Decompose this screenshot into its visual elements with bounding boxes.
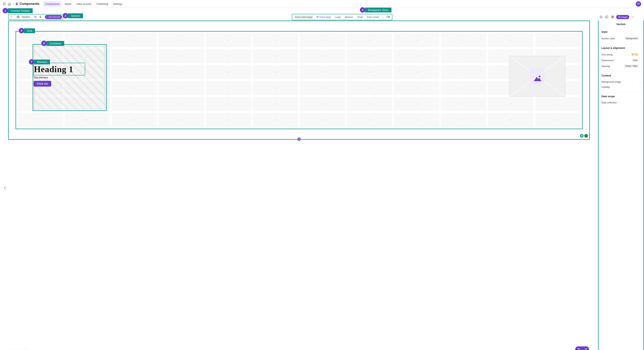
layout-icon[interactable] [605, 15, 609, 19]
cp-row-background-image[interactable]: Background image › [602, 79, 640, 84]
bp-xl[interactable]: Extra large [315, 15, 332, 19]
duplicate-icon[interactable] [33, 15, 38, 19]
redo-button[interactable] [582, 346, 589, 350]
device-preview-icon[interactable] [386, 16, 390, 18]
svg-point-14 [317, 16, 318, 17]
svg-rect-10 [18, 16, 19, 17]
svg-rect-2 [5, 3, 6, 3]
app-logo-icon [15, 2, 18, 6]
tab-data-sources[interactable]: Data sources [74, 2, 94, 6]
undo-button[interactable] [575, 346, 582, 350]
paragraph-tool-icon[interactable]: ¶ [2, 186, 7, 190]
image-placeholder[interactable] [510, 56, 565, 96]
cp-row-data-collection[interactable]: Data collection › [602, 100, 640, 105]
svg-rect-20 [613, 16, 614, 17]
context-section-label: Section [21, 16, 31, 18]
text-element[interactable]: Text element [34, 76, 48, 79]
move-icon [9, 15, 14, 19]
tab-styles[interactable]: Styles [62, 2, 74, 6]
svg-rect-9 [17, 16, 18, 17]
click-me-button[interactable]: Click me [34, 81, 51, 86]
tab-publishing[interactable]: Publishing [94, 2, 110, 6]
breakpoint-sizes: Extra extra large Extra large Large Medi… [292, 14, 392, 20]
status-check-icon[interactable] [584, 134, 588, 138]
container-element[interactable]: 7 Element Heading 1 Text element Click m… [33, 44, 106, 111]
callout-container: 6 Container [41, 40, 64, 46]
resize-handle-icon[interactable] [298, 138, 301, 141]
bp-xs[interactable]: Extra small [366, 15, 380, 19]
chevron-right-icon: › [640, 65, 640, 67]
status-icons [580, 134, 588, 138]
bp-chevron-down-icon[interactable]: ⌄ [381, 16, 385, 18]
svg-rect-6 [3, 5, 4, 5]
canvas-area: ¶ 5 Grid 6 Con [0, 20, 598, 350]
chevron-right-icon: › [640, 59, 640, 62]
heading-element[interactable]: Heading 1 [33, 63, 85, 76]
user-avatar[interactable]: TT [636, 1, 641, 7]
status-shield-icon[interactable] [580, 134, 584, 138]
callout-element: 7 Element [29, 59, 50, 64]
svg-rect-4 [4, 4, 5, 4]
cp-group-style: Style Section style Background › [598, 28, 644, 44]
validate-icon[interactable] [599, 15, 603, 19]
add-element-button[interactable]: + Add element [45, 15, 62, 19]
cp-row-section-style[interactable]: Section style Background › [602, 36, 640, 41]
cp-row-dimensions[interactable]: Dimensions Auto › [602, 57, 640, 63]
cp-row-spacing[interactable]: Spacing 100px / 40px › [602, 63, 640, 69]
chevron-right-icon: › [640, 102, 640, 104]
svg-rect-15 [387, 16, 389, 18]
main-layout: ¶ 5 Grid 6 Con [0, 20, 644, 350]
svg-rect-0 [3, 3, 4, 3]
more-icon[interactable] [631, 15, 635, 19]
svg-rect-7 [4, 5, 5, 5]
bp-lg[interactable]: Large [333, 15, 342, 19]
chevron-right-icon: › [640, 86, 640, 88]
bp-md[interactable]: Medium [344, 15, 355, 19]
svg-rect-11 [17, 17, 18, 18]
delete-icon[interactable] [38, 15, 42, 19]
cp-row-visibility[interactable]: Visibility › [602, 84, 640, 90]
callout-context-toolbar: 1 Context Toolbar [2, 8, 33, 13]
svg-rect-16 [389, 16, 390, 18]
canvas-toolbar-row: 1 Context Toolbar Section + Add element … [0, 13, 644, 20]
svg-rect-3 [3, 4, 4, 4]
chevron-right-icon: › [640, 53, 640, 56]
section-element[interactable]: 5 Grid 6 Container [8, 20, 590, 140]
stage-button[interactable]: Stage [616, 15, 629, 19]
svg-rect-5 [5, 4, 6, 4]
app-header: › Components Components Styles Data sour… [0, 0, 644, 8]
svg-rect-21 [612, 17, 612, 18]
grid-element[interactable]: 6 Container 7 Element Heading 1 Text ele… [16, 31, 582, 129]
eye-icon [316, 16, 319, 18]
config-panel-title: Section [598, 20, 644, 28]
svg-rect-19 [612, 16, 612, 17]
svg-rect-8 [5, 5, 6, 5]
chevron-right-icon: › [640, 81, 640, 83]
cloud-upload-icon [618, 16, 620, 18]
context-toolbar: Section + Add element [8, 14, 63, 20]
cp-row-grid-sizing[interactable]: Grid sizing 8 / 12 › [602, 52, 640, 57]
image-icon [530, 68, 544, 84]
svg-point-25 [633, 17, 634, 17]
breadcrumb-chevron-icon: › [13, 2, 14, 6]
svg-point-23 [632, 17, 632, 17]
bp-xxl[interactable]: Extra extra large [294, 15, 314, 19]
page-title: Components [20, 2, 40, 6]
logo-wrap: Components [15, 2, 40, 6]
tab-settings[interactable]: Settings [111, 2, 124, 6]
plus-icon: + [46, 16, 48, 18]
svg-point-26 [539, 76, 540, 77]
undo-redo [575, 346, 589, 350]
bp-sm[interactable]: Small [356, 15, 364, 19]
callout-grid: 5 Grid [19, 28, 35, 34]
svg-rect-13 [35, 16, 36, 18]
grid-toggle-icon[interactable] [610, 15, 615, 19]
apps-grid-icon[interactable] [2, 2, 7, 6]
cp-group-content: Content Background image › Visibility › [598, 72, 644, 92]
tab-components[interactable]: Components [43, 2, 62, 6]
svg-rect-22 [613, 17, 614, 18]
heading-text: Heading 1 [34, 64, 73, 74]
configuration-panel: 4 Configuration Panel Section Style Sect… [598, 20, 644, 350]
home-icon[interactable] [7, 2, 12, 6]
callout-section: 2 Section [63, 13, 83, 18]
